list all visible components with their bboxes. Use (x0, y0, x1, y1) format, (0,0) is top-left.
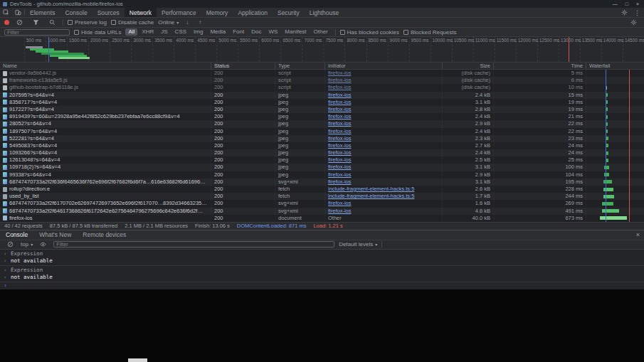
table-row[interactable]: firefox-ios200documentOther40.0 kB673 ms (0, 215, 644, 222)
table-row[interactable]: 1897507?s=64&v=4200jpegfirefox-ios2.4 kB… (0, 128, 644, 135)
clear-console-icon[interactable] (4, 240, 16, 249)
tab-elements[interactable]: Elements (25, 8, 60, 17)
table-row[interactable]: 8358717?s=64&v=4200jpegfirefox-ios3.1 kB… (0, 99, 644, 106)
close-button[interactable]: × (636, 0, 639, 8)
request-initiator-link[interactable]: firefox-ios (328, 120, 352, 127)
column-header-initiator[interactable]: Initiator (324, 63, 442, 69)
request-initiator-link[interactable]: firefox-ios (328, 142, 352, 149)
export-har-icon[interactable]: ↑ (196, 18, 204, 27)
table-row[interactable]: 68747470733a2f2f64617368626f6172642e6275… (0, 208, 644, 215)
disable-cache-checkbox[interactable]: Disable cache (111, 19, 154, 26)
import-har-icon[interactable]: ↓ (183, 18, 191, 27)
table-row[interactable]: 68747470733a2f2f6170702e626974726973652e… (0, 200, 644, 207)
request-initiator-link[interactable]: firefox-ios (328, 149, 352, 156)
tab-security[interactable]: Security (273, 8, 305, 17)
console-context-select[interactable]: top ▾ (21, 241, 33, 247)
taskbar-item[interactable] (128, 358, 147, 362)
tab-application[interactable]: Application (233, 8, 273, 17)
more-options-kebab-icon[interactable]: ⋮ (630, 9, 644, 16)
table-row[interactable]: 5495083?s=64&v=4200jpegfirefox-ios2.7 kB… (0, 142, 644, 149)
column-header-waterfall[interactable]: Waterfall (586, 63, 644, 69)
table-row[interactable]: 12613048?s=64&v=4200jpegfirefox-ios2.5 k… (0, 156, 644, 164)
network-overview-timeline[interactable]: 500 ms1000 ms1500 ms2000 ms2500 ms3000 m… (0, 37, 644, 63)
filter-type-other[interactable]: Other (311, 28, 331, 36)
maximize-button[interactable]: □ (625, 0, 628, 8)
table-row[interactable]: 8919439?s=60&u=23928a95e442f852c629bb237… (0, 113, 644, 120)
table-row[interactable]: vendor-9a5b6442.js200scriptfirefox-ios(d… (0, 70, 644, 77)
request-initiator-link[interactable]: firefox-ios (328, 179, 352, 185)
blocked-requests-checkbox[interactable]: Blocked Requests (403, 29, 456, 36)
request-initiator-link[interactable]: firefox-ios (328, 208, 352, 214)
drawer-tab-console[interactable]: Console (0, 230, 33, 240)
request-initiator-link[interactable]: firefox-ios (328, 128, 352, 134)
request-initiator-link[interactable]: firefox-ios (328, 135, 352, 142)
tab-sources[interactable]: Sources (93, 8, 125, 17)
table-row[interactable]: 522281?s=64&v=4200jpegfirefox-ios2.3 kB2… (0, 135, 644, 142)
filter-type-ws[interactable]: WS (265, 28, 280, 36)
column-header-status[interactable]: Status (211, 63, 275, 69)
request-initiator-link[interactable]: firefox-ios (328, 70, 352, 76)
table-row[interactable]: 99338?s=64&v=4200jpegfirefox-ios2.9 kB10… (0, 171, 644, 179)
table-row[interactable]: 207595?s=64&v=4200jpegfirefox-ios2.4 kB1… (0, 92, 644, 99)
table-row[interactable]: 109718(2)?s=64&v=4200jpegfirefox-ios3.1 … (0, 164, 644, 171)
filter-type-css[interactable]: CSS (172, 28, 189, 36)
request-initiator-link[interactable]: firefox-ios (328, 77, 352, 83)
tab-network[interactable]: Network (125, 8, 157, 17)
filter-type-doc[interactable]: Doc (248, 28, 264, 36)
record-button[interactable] (4, 20, 9, 25)
request-initiator-link[interactable]: firefox-ios (328, 171, 352, 178)
console-levels-select[interactable]: Default levels ▾ (339, 241, 377, 247)
filter-type-img[interactable]: Img (191, 28, 206, 36)
console-filter-input[interactable] (53, 241, 334, 247)
request-initiator-link[interactable]: firefox-ios (328, 113, 352, 119)
filter-toggle-icon[interactable] (30, 18, 42, 27)
tab-performance[interactable]: Performance (157, 8, 201, 17)
network-settings-gear-icon[interactable] (628, 18, 640, 27)
request-initiator-link[interactable]: firefox-ios (328, 156, 352, 163)
search-icon[interactable] (46, 18, 58, 27)
column-header-name[interactable]: Name (0, 63, 211, 69)
filter-type-media[interactable]: Media (207, 28, 228, 36)
request-initiator-link[interactable]: firefox-ios (328, 164, 352, 170)
table-row[interactable]: rollup?direction:e200fetchinclude-fragme… (0, 186, 644, 193)
request-initiator-link[interactable]: firefox-ios (328, 106, 352, 112)
column-header-type[interactable]: Type (275, 63, 324, 69)
filter-type-manifest[interactable]: Manifest (282, 28, 309, 36)
table-row[interactable]: github-bootstrap-b7d6118e.js200scriptfir… (0, 84, 644, 91)
filter-type-xhr[interactable]: XHR (139, 28, 157, 36)
inspect-element-icon[interactable] (0, 8, 12, 17)
hide-data-urls-checkbox[interactable]: Hide data URLs (74, 29, 121, 36)
request-initiator-link[interactable]: firefox-ios (328, 84, 352, 90)
column-header-size[interactable]: Size (442, 63, 493, 69)
filter-input[interactable] (4, 29, 70, 36)
clear-button[interactable] (14, 18, 26, 27)
filter-type-all[interactable]: All (125, 28, 137, 36)
console-prompt[interactable]: › (0, 282, 644, 289)
throttling-select[interactable]: Online ▾ (158, 19, 179, 26)
filter-type-js[interactable]: JS (158, 28, 170, 36)
table-row[interactable]: 917227?s=64&v=4200jpegfirefox-ios2.8 kB1… (0, 106, 644, 113)
request-initiator-link[interactable]: firefox-ios (328, 99, 352, 105)
has-blocked-cookies-checkbox[interactable]: Has blocked cookies (340, 29, 399, 36)
drawer-tab-what-s-new[interactable]: What's New (33, 230, 77, 240)
request-initiator-link[interactable]: include-fragment-element-hacks.ts:5 (328, 193, 414, 199)
preserve-log-checkbox[interactable]: Preserve log (68, 19, 107, 26)
request-initiator-link[interactable]: include-fragment-element-hacks.ts:5 (328, 186, 414, 192)
request-initiator-link[interactable]: firefox-ios (328, 200, 352, 206)
filter-type-font[interactable]: Font (230, 28, 247, 36)
table-row[interactable]: 1093266?s=64&v=4200jpegfirefox-ios2.4 kB… (0, 149, 644, 156)
table-row[interactable]: used_by_list200fetchinclude-fragment-ele… (0, 193, 644, 200)
eye-icon[interactable] (37, 240, 49, 249)
drawer-close-icon[interactable]: × (632, 231, 644, 238)
table-row[interactable]: 68747470733a2f2f636f6465636f762e696f2f67… (0, 179, 644, 186)
table-row[interactable]: 28052?s=64&v=4200jpegfirefox-ios2.9 kB22… (0, 120, 644, 127)
tab-console[interactable]: Console (60, 8, 92, 17)
column-header-time[interactable]: Time (493, 63, 586, 69)
drawer-tab-remote-devices[interactable]: Remote devices (77, 230, 132, 240)
tab-lighthouse[interactable]: Lighthouse (305, 8, 344, 17)
device-toolbar-icon[interactable] (12, 8, 24, 17)
table-row[interactable]: frameworks-c13da5e5.js200scriptfirefox-i… (0, 77, 644, 84)
minimize-button[interactable]: — (613, 0, 618, 8)
request-initiator-link[interactable]: firefox-ios (328, 92, 352, 98)
settings-gear-icon[interactable] (618, 9, 630, 16)
